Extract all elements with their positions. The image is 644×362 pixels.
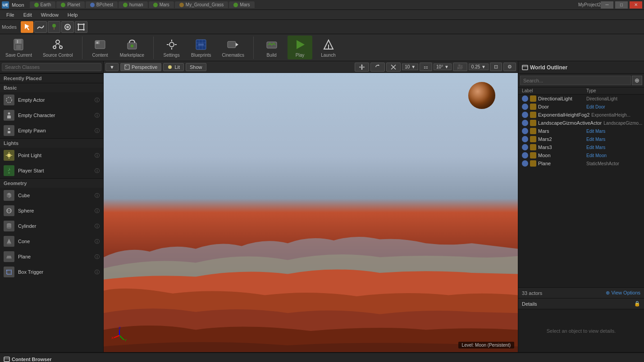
- blueprints-btn[interactable]: Blueprints: [187, 36, 215, 59]
- sphere-item[interactable]: Sphere ⓘ: [0, 203, 103, 218]
- svg-point-66: [168, 65, 172, 69]
- maximize-btn[interactable]: ⊡: [490, 63, 502, 71]
- source-control-btn[interactable]: Source Control: [39, 36, 77, 59]
- tab-mars1[interactable]: Mars: [149, 1, 174, 8]
- lit-btn[interactable]: Lit: [163, 63, 184, 71]
- save-current-btn[interactable]: Save Current: [2, 36, 36, 59]
- outliner-item-plane[interactable]: Plane StaticMeshActor: [518, 159, 644, 167]
- plane-item[interactable]: Plane ⓘ: [0, 249, 103, 264]
- outliner-search-input[interactable]: [520, 76, 631, 85]
- col-type-header: Type: [586, 88, 640, 93]
- visibility-icon: [522, 95, 528, 102]
- tab-earth[interactable]: Earth: [30, 1, 56, 8]
- rotate-btn[interactable]: [370, 63, 385, 72]
- scale-snap-value[interactable]: 0.25 ▼: [469, 63, 489, 70]
- mode-select-btn[interactable]: [21, 21, 33, 33]
- item-name: Mars: [538, 128, 585, 134]
- outliner-item-landscape-gizmo[interactable]: LandscapeGizmoActiveActor LandscapeGizmo…: [518, 119, 644, 127]
- tab-mars2[interactable]: Mars: [229, 1, 254, 8]
- outliner-footer: 33 actors ⊕ View Options: [518, 287, 644, 298]
- basic-header[interactable]: Basic: [0, 83, 103, 92]
- mode-mesh-paint-btn[interactable]: [61, 21, 74, 33]
- search-classes-input[interactable]: [2, 63, 101, 71]
- item-type: DirectionalLight: [586, 96, 640, 101]
- empty-actor-icon: [4, 95, 14, 105]
- cone-item[interactable]: Cone ⓘ: [0, 234, 103, 249]
- scale-btn[interactable]: [386, 63, 401, 72]
- rotation-snap-value[interactable]: 10° ▼: [434, 63, 452, 70]
- svg-text:Z: Z: [119, 326, 121, 330]
- viewport-dropdown-btn[interactable]: ▼: [105, 63, 119, 71]
- menu-edit[interactable]: Edit: [19, 11, 37, 18]
- close-btn[interactable]: ✕: [630, 1, 642, 9]
- item-name: Plane: [538, 161, 585, 166]
- cube-info: ⓘ: [95, 192, 100, 199]
- tab-human[interactable]: human: [119, 1, 148, 8]
- outliner-item-door[interactable]: Door Edit Door: [518, 103, 644, 111]
- cylinder-item[interactable]: Cylinder ⓘ: [0, 218, 103, 234]
- view-options-btn[interactable]: ⊕ View Options: [606, 290, 640, 296]
- viewport-controls: 10 ▼ ⚏ 10° ▼ 🎥 0.25 ▼ ⊡ ⚙: [355, 63, 516, 72]
- lights-header[interactable]: Lights: [0, 138, 103, 148]
- tab-planet[interactable]: Planet: [56, 1, 84, 8]
- viewport[interactable]: Level: Moon (Persistent) Y Z X: [104, 73, 518, 352]
- toolbar-sep-2: [153, 36, 154, 59]
- translate-btn[interactable]: [355, 63, 369, 72]
- outliner-item-exp-fog[interactable]: ExponentialHeightFog2 ExponentialHeigh..…: [518, 111, 644, 119]
- perspective-btn[interactable]: Perspective: [120, 63, 161, 71]
- svg-rect-82: [4, 357, 9, 362]
- launch-btn[interactable]: Launch: [316, 36, 341, 59]
- recently-placed-header[interactable]: Recently Placed: [0, 73, 103, 83]
- item-type: Edit Mars: [586, 145, 640, 150]
- col-label-header: Label: [522, 88, 586, 93]
- settings-icon: [164, 37, 179, 52]
- svg-line-17: [55, 44, 58, 46]
- outliner-item-moon[interactable]: Moon Edit Moon: [518, 151, 644, 159]
- box-trigger-item[interactable]: Box Trigger ⓘ: [0, 264, 103, 280]
- svg-rect-13: [17, 40, 18, 43]
- point-light-item[interactable]: Point Light ⓘ: [0, 148, 103, 163]
- grid-snap-value[interactable]: 10 ▼: [402, 63, 418, 70]
- cylinder-info: ⓘ: [95, 223, 100, 230]
- outliner-item-mars2[interactable]: Mars2 Edit Mars: [518, 135, 644, 143]
- tab-ground-grass[interactable]: My_Ground_Grass: [175, 1, 228, 8]
- source-control-icon: [50, 37, 65, 52]
- outliner-header: World Outliner: [518, 61, 644, 74]
- svg-point-6: [78, 23, 79, 25]
- settings-btn[interactable]: Settings: [159, 36, 184, 59]
- restore-btn[interactable]: □: [615, 1, 628, 9]
- content-btn[interactable]: Content: [88, 36, 113, 59]
- geometry-header[interactable]: Geometry: [0, 178, 103, 188]
- tab-bpchest[interactable]: BPchest: [86, 1, 118, 8]
- mode-geometry-edit-btn[interactable]: [75, 21, 87, 33]
- mode-foliage-btn[interactable]: [48, 21, 60, 33]
- cinematics-btn[interactable]: Cinematics: [219, 36, 248, 59]
- empty-character-item[interactable]: Empty Character ⓘ: [0, 108, 103, 123]
- minimize-btn[interactable]: ─: [601, 1, 613, 9]
- viewport-settings-btn[interactable]: ⚙: [503, 63, 516, 71]
- empty-actor-item[interactable]: Empty Actor ⓘ: [0, 92, 103, 108]
- cube-item[interactable]: Cube ⓘ: [0, 188, 103, 203]
- svg-marker-38: [297, 40, 305, 49]
- item-type: Edit Mars: [586, 137, 640, 142]
- mode-landscape-btn[interactable]: [34, 21, 47, 33]
- menu-help[interactable]: Help: [63, 11, 82, 18]
- build-btn[interactable]: Build: [259, 36, 284, 59]
- left-panel: Recently Placed Basic Empty Actor ⓘ Empt…: [0, 61, 104, 352]
- menu-window[interactable]: Window: [37, 11, 63, 18]
- outliner-item-mars3[interactable]: Mars3 Edit Mars: [518, 143, 644, 151]
- outliner-filter-btn[interactable]: ⊕: [632, 76, 642, 85]
- outliner-item-mars[interactable]: Mars Edit Mars: [518, 127, 644, 135]
- svg-marker-36: [236, 43, 238, 46]
- outliner-item-directional-light[interactable]: DirectionalLight DirectionalLight: [518, 95, 644, 103]
- details-lock-btn[interactable]: 🔒: [634, 301, 640, 307]
- empty-pawn-item[interactable]: Empty Pawn ⓘ: [0, 123, 103, 138]
- menu-file[interactable]: File: [2, 11, 19, 18]
- play-btn[interactable]: Play: [288, 36, 312, 59]
- player-start-item[interactable]: Player Start ⓘ: [0, 163, 103, 178]
- visibility-icon: [522, 160, 528, 167]
- marketplace-btn[interactable]: Marketplace: [116, 36, 148, 59]
- camera-btn[interactable]: 🎥: [453, 63, 467, 71]
- grid-snap-btn[interactable]: ⚏: [420, 63, 432, 71]
- show-btn[interactable]: Show: [186, 63, 206, 71]
